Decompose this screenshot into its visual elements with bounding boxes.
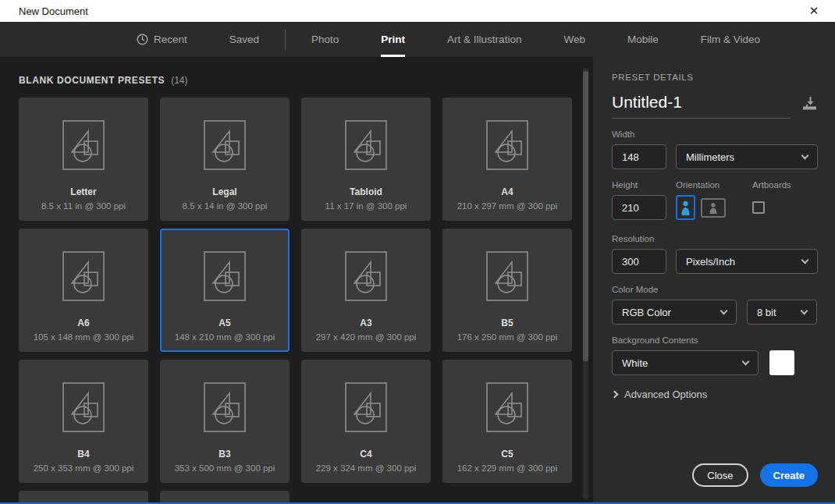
title-bar: New Document ✕ xyxy=(0,0,835,22)
advanced-options-toggle[interactable]: Advanced Options xyxy=(612,389,818,400)
resolution-unit-dropdown[interactable]: Pixels/Inch xyxy=(676,249,818,274)
document-shapes-icon xyxy=(345,251,387,304)
preset-size: 148 x 210 mm @ 300 ppi xyxy=(175,332,275,342)
preset-card-a3[interactable]: A3 297 x 420 mm @ 300 ppi xyxy=(301,229,431,352)
preset-size: 353 x 500 mm @ 300 ppi xyxy=(175,463,275,473)
presets-panel: BLANK DOCUMENT PRESETS (14) Letter 8.5 x… xyxy=(0,57,593,502)
preset-card-legal[interactable]: Legal 8.5 x 14 in @ 300 ppi xyxy=(160,98,290,221)
presets-header: BLANK DOCUMENT PRESETS (14) xyxy=(19,75,593,86)
presets-count: (14) xyxy=(171,75,187,86)
preset-size: 176 x 250 mm @ 300 ppi xyxy=(457,332,558,342)
tab-label: Mobile xyxy=(627,34,659,45)
background-contents-dropdown[interactable]: White xyxy=(612,350,759,375)
preset-size: 105 x 148 mm @ 300 ppi xyxy=(34,332,134,342)
preset-details-header: PRESET DETAILS xyxy=(612,73,818,82)
preset-name: C4 xyxy=(360,449,371,460)
preset-name: Tabloid xyxy=(350,186,382,197)
preset-name: C5 xyxy=(501,449,513,460)
scrollbar[interactable] xyxy=(583,68,588,499)
preset-card-tabloid[interactable]: Tabloid 11 x 17 in @ 300 ppi xyxy=(301,98,431,221)
preset-card-partial[interactable] xyxy=(160,491,290,502)
tab-label: Saved xyxy=(229,34,259,45)
preset-card-partial[interactable] xyxy=(19,491,148,502)
tab-saved[interactable]: Saved xyxy=(208,22,280,57)
color-mode-label: Color Mode xyxy=(612,285,818,294)
document-shapes-icon xyxy=(345,382,387,435)
units-dropdown[interactable]: Millimeters xyxy=(676,144,818,169)
tab-label: Photo xyxy=(311,34,339,45)
orientation-label: Orientation xyxy=(676,180,752,190)
height-input[interactable]: 210 xyxy=(612,195,666,220)
preset-size: 250 x 353 mm @ 300 ppi xyxy=(34,463,134,473)
preset-card-c5[interactable]: C5 162 x 229 mm @ 300 ppi xyxy=(442,360,572,483)
new-document-dialog: New Document ✕ Recent Saved Photo Print … xyxy=(0,0,835,504)
preset-size: 11 x 17 in @ 300 ppi xyxy=(325,201,407,211)
resolution-input[interactable]: 300 xyxy=(612,249,666,274)
preset-name: B4 xyxy=(77,449,89,460)
tab-recent[interactable]: Recent xyxy=(115,22,208,57)
tab-art-illustration[interactable]: Art & Illustration xyxy=(426,22,542,57)
preset-name: A4 xyxy=(501,186,513,197)
tab-mobile[interactable]: Mobile xyxy=(606,22,680,57)
preset-size: 297 x 420 mm @ 300 ppi xyxy=(316,332,417,342)
close-icon[interactable]: ✕ xyxy=(802,0,826,22)
create-button[interactable]: Create xyxy=(760,463,818,487)
preset-name: A3 xyxy=(360,318,371,328)
chevron-down-icon xyxy=(742,358,750,366)
height-label: Height xyxy=(612,180,676,190)
close-button[interactable]: Close xyxy=(692,463,748,487)
preset-name: A6 xyxy=(77,318,89,328)
tab-photo[interactable]: Photo xyxy=(290,22,360,57)
chevron-down-icon xyxy=(720,307,728,315)
preset-name: B3 xyxy=(219,449,230,460)
document-shapes-icon xyxy=(486,120,528,173)
document-shapes-icon xyxy=(486,251,528,304)
preset-card-b5[interactable]: B5 176 x 250 mm @ 300 ppi xyxy=(442,229,572,352)
tab-divider xyxy=(285,30,286,50)
download-icon[interactable] xyxy=(801,97,818,119)
width-input[interactable]: 148 xyxy=(612,144,666,169)
document-shapes-icon xyxy=(204,120,246,173)
tab-bar: Recent Saved Photo Print Art & Illustrat… xyxy=(0,22,835,57)
artboards-checkbox[interactable] xyxy=(752,201,765,214)
tab-label: Art & Illustration xyxy=(447,34,521,45)
preset-name: B5 xyxy=(501,318,513,328)
bit-depth-dropdown[interactable]: 8 bit xyxy=(747,300,817,325)
tab-label: Print xyxy=(381,34,405,45)
preset-name: A5 xyxy=(219,318,230,328)
window-title: New Document xyxy=(19,5,88,17)
preset-card-a6[interactable]: A6 105 x 148 mm @ 300 ppi xyxy=(19,229,148,352)
preset-card-a5[interactable]: A5 148 x 210 mm @ 300 ppi xyxy=(160,229,290,352)
preset-name: Legal xyxy=(212,186,236,197)
document-name-input[interactable]: Untitled-1 xyxy=(612,93,791,119)
tab-label: Recent xyxy=(154,34,187,45)
preset-size: 162 x 229 mm @ 300 ppi xyxy=(457,463,558,473)
color-mode-dropdown[interactable]: RGB Color xyxy=(612,300,737,325)
presets-header-label: BLANK DOCUMENT PRESETS xyxy=(19,75,165,86)
tab-film-video[interactable]: Film & Video xyxy=(680,22,781,57)
document-shapes-icon xyxy=(345,120,387,173)
width-label: Width xyxy=(612,130,818,139)
orientation-portrait-button[interactable] xyxy=(676,195,695,220)
background-color-swatch[interactable] xyxy=(769,350,794,375)
preset-size: 8.5 x 11 in @ 300 ppi xyxy=(41,201,126,211)
background-contents-label: Background Contents xyxy=(612,335,818,345)
preset-card-a4[interactable]: A4 210 x 297 mm @ 300 ppi xyxy=(442,98,572,221)
preset-card-letter[interactable]: Letter 8.5 x 11 in @ 300 ppi xyxy=(19,98,148,221)
preset-size: 229 x 324 mm @ 300 ppi xyxy=(316,463,417,473)
preset-card-c4[interactable]: C4 229 x 324 mm @ 300 ppi xyxy=(301,360,431,483)
preset-card-b4[interactable]: B4 250 x 353 mm @ 300 ppi xyxy=(19,360,148,483)
chevron-down-icon xyxy=(801,152,809,160)
document-shapes-icon xyxy=(62,120,105,173)
orientation-landscape-button[interactable] xyxy=(701,198,726,218)
tab-web[interactable]: Web xyxy=(542,22,606,57)
preset-size: 210 x 297 mm @ 300 ppi xyxy=(457,201,558,211)
chevron-right-icon xyxy=(611,391,619,399)
preset-card-b3[interactable]: B3 353 x 500 mm @ 300 ppi xyxy=(160,360,290,483)
artboards-label: Artboards xyxy=(752,180,791,190)
tab-label: Web xyxy=(563,34,585,45)
document-shapes-icon xyxy=(204,251,246,304)
preset-name: Letter xyxy=(70,186,96,197)
scrollbar-thumb[interactable] xyxy=(583,71,588,361)
tab-print[interactable]: Print xyxy=(360,22,426,57)
